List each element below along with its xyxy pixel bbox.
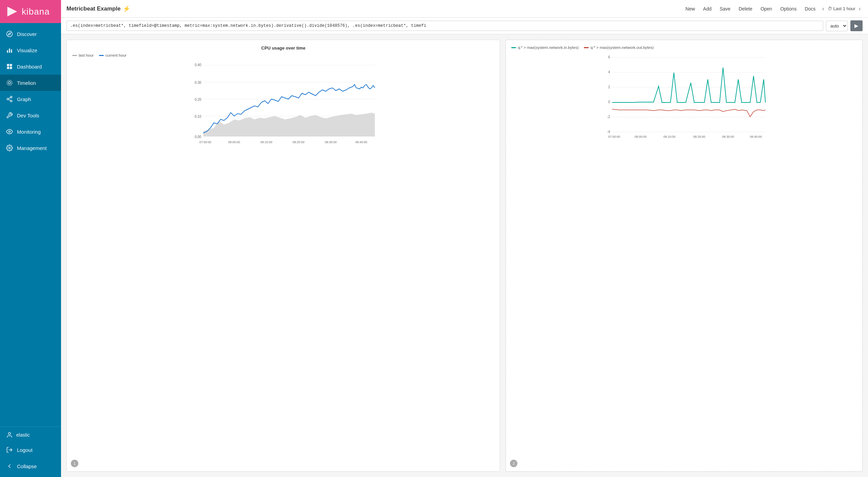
svg-marker-2 xyxy=(8,33,11,35)
chart1-title: CPU usage over time xyxy=(72,45,494,51)
chart2-svg-wrap: 6 4 2 0 -2 -4 xyxy=(511,52,857,145)
page-title: Metricbeat Example ⚡ xyxy=(66,5,130,13)
compass-icon xyxy=(6,31,13,37)
chart1-svg: 0.40 0.30 0.20 0.10 0.00 xyxy=(72,60,494,148)
chart2-num: 2 xyxy=(510,460,517,467)
topbar-actions: New Add Save Delete Open Options Docs ‹ … xyxy=(682,4,863,13)
chart1-num: 1 xyxy=(71,460,78,467)
legend-item-current-hour: current hour xyxy=(99,53,126,57)
run-icon: ▶ xyxy=(854,23,859,29)
docs-button[interactable]: Docs xyxy=(801,4,819,13)
svg-point-13 xyxy=(7,98,9,100)
sidebar-item-timelion[interactable]: Timelion xyxy=(0,75,61,91)
svg-point-19 xyxy=(8,433,11,435)
sidebar-item-dashboard[interactable]: Dashboard xyxy=(0,58,61,75)
svg-text:08:00:00: 08:00:00 xyxy=(228,140,240,144)
legend-color-in xyxy=(511,47,516,48)
sidebar-label-monitoring: Monitoring xyxy=(17,129,41,135)
sidebar-nav: Discover Visualize Dashboard Timelion Gr… xyxy=(0,23,61,426)
logo-text: kibana xyxy=(22,6,50,17)
sidebar-item-discover[interactable]: Discover xyxy=(0,26,61,42)
sidebar-label-timelion: Timelion xyxy=(17,80,36,86)
save-button[interactable]: Save xyxy=(716,4,734,13)
svg-line-15 xyxy=(8,99,11,100)
legend-item-out: q:* > max(system.network.out.bytes) xyxy=(584,45,653,50)
topbar: Metricbeat Example ⚡ New Add Save Delete… xyxy=(61,0,868,18)
sidebar-item-collapse[interactable]: Collapse xyxy=(0,458,61,474)
time-range: ⏱ Last 1 hour xyxy=(828,6,855,11)
legend-color-current xyxy=(99,55,104,56)
sidebar-label-management: Management xyxy=(17,145,47,151)
svg-text:0.00: 0.00 xyxy=(195,135,201,139)
logo-area[interactable]: kibana xyxy=(0,0,61,23)
eye-icon xyxy=(6,128,13,135)
interval-select[interactable]: auto xyxy=(826,21,848,31)
chevron-left-icon xyxy=(6,463,13,470)
legend-item-last-hour: last hour xyxy=(72,53,94,57)
sidebar-item-logout[interactable]: Logout xyxy=(0,442,61,458)
svg-rect-6 xyxy=(7,64,9,66)
svg-point-11 xyxy=(7,80,12,85)
run-button[interactable]: ▶ xyxy=(850,20,863,31)
open-button[interactable]: Open xyxy=(757,4,775,13)
svg-rect-8 xyxy=(7,67,9,69)
legend-label-current: current hour xyxy=(105,53,126,57)
charts-area: CPU usage over time last hour current ho… xyxy=(61,34,868,477)
clock-icon: ⏱ xyxy=(828,6,832,11)
user-icon xyxy=(6,432,13,438)
timelion-icon xyxy=(6,79,13,86)
svg-text:0.40: 0.40 xyxy=(195,63,201,67)
sidebar: kibana Discover Visualize Dashboard Time… xyxy=(0,0,61,477)
chart2-svg: 6 4 2 0 -2 -4 xyxy=(511,52,857,144)
svg-marker-0 xyxy=(7,7,17,17)
svg-point-14 xyxy=(11,100,12,102)
sidebar-item-management[interactable]: Management xyxy=(0,140,61,156)
svg-text:2: 2 xyxy=(608,85,610,89)
add-button[interactable]: Add xyxy=(700,4,715,13)
sidebar-item-monitoring[interactable]: Monitoring xyxy=(0,123,61,140)
svg-text:0.30: 0.30 xyxy=(195,81,201,84)
next-button[interactable]: › xyxy=(857,4,863,13)
svg-point-18 xyxy=(9,147,11,149)
svg-point-1 xyxy=(7,31,13,37)
options-button[interactable]: Options xyxy=(777,4,800,13)
svg-text:08:40:00: 08:40:00 xyxy=(750,135,762,138)
legend-color-last xyxy=(72,55,77,56)
svg-text:-4: -4 xyxy=(607,130,610,134)
svg-text:0.20: 0.20 xyxy=(195,98,201,101)
bar-chart-icon xyxy=(6,47,13,54)
prev-button[interactable]: ‹ xyxy=(820,4,826,13)
sidebar-label-devtools: Dev Tools xyxy=(17,113,39,118)
sidebar-label-dashboard: Dashboard xyxy=(17,64,42,70)
sidebar-item-user[interactable]: elastic xyxy=(0,428,61,442)
user-label: elastic xyxy=(16,432,30,438)
bolt-icon: ⚡ xyxy=(123,5,130,13)
main-content: Metricbeat Example ⚡ New Add Save Delete… xyxy=(61,0,868,477)
svg-text:-2: -2 xyxy=(607,115,610,119)
sidebar-label-visualize: Visualize xyxy=(17,47,37,53)
share-nodes-icon xyxy=(6,96,13,102)
svg-text:08:20:00: 08:20:00 xyxy=(693,135,705,138)
chart1-svg-wrap: 0.40 0.30 0.20 0.10 0.00 xyxy=(72,60,494,150)
legend-label-out: q:* > max(system.network.out.bytes) xyxy=(590,45,653,50)
sidebar-item-devtools[interactable]: Dev Tools xyxy=(0,107,61,123)
svg-text:08:30:00: 08:30:00 xyxy=(325,140,337,144)
svg-rect-5 xyxy=(11,50,12,53)
collapse-label: Collapse xyxy=(17,463,37,469)
legend-label-last: last hour xyxy=(79,53,94,57)
title-text: Metricbeat Example xyxy=(66,5,121,12)
delete-button[interactable]: Delete xyxy=(735,4,755,13)
legend-label-in: q:* > max(system.network.in.bytes) xyxy=(518,45,578,50)
svg-text:08:20:00: 08:20:00 xyxy=(293,140,304,144)
sidebar-bottom: elastic Logout Collapse xyxy=(0,426,61,477)
sidebar-label-discover: Discover xyxy=(17,31,37,37)
chart-panel-2: q:* > max(system.network.in.bytes) q:* >… xyxy=(506,40,863,472)
new-button[interactable]: New xyxy=(682,4,698,13)
sidebar-item-graph[interactable]: Graph xyxy=(0,91,61,107)
svg-text:08:00:00: 08:00:00 xyxy=(635,135,647,138)
gear-icon xyxy=(6,145,13,151)
query-input[interactable] xyxy=(66,21,823,31)
sidebar-item-visualize[interactable]: Visualize xyxy=(0,42,61,58)
legend-item-in: q:* > max(system.network.in.bytes) xyxy=(511,45,578,50)
svg-rect-7 xyxy=(10,64,12,66)
